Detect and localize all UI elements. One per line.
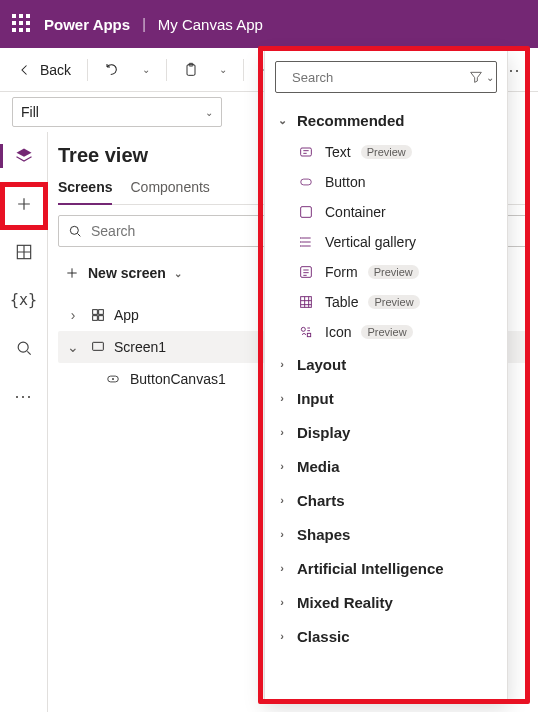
category-label: Artificial Intelligence bbox=[297, 560, 444, 577]
svg-point-6 bbox=[70, 226, 78, 234]
button-icon bbox=[297, 173, 315, 191]
icon-shapes-icon bbox=[297, 323, 315, 341]
insert-item-label: Text bbox=[325, 144, 351, 160]
insert-item-form[interactable]: Form Preview bbox=[271, 257, 501, 287]
svg-point-23 bbox=[301, 327, 305, 331]
property-select-label: Fill bbox=[21, 104, 39, 120]
svg-rect-8 bbox=[99, 310, 104, 315]
filter-button[interactable]: ⌄ bbox=[468, 69, 494, 85]
category-shapes[interactable]: ›Shapes bbox=[271, 517, 501, 551]
chevron-right-icon: › bbox=[275, 494, 289, 506]
form-icon bbox=[297, 263, 315, 281]
category-label: Mixed Reality bbox=[297, 594, 393, 611]
insert-item-button[interactable]: Button bbox=[271, 167, 501, 197]
rail-search[interactable] bbox=[6, 330, 42, 366]
svg-rect-15 bbox=[301, 148, 312, 156]
rail-variables[interactable]: {x} bbox=[6, 282, 42, 318]
category-media[interactable]: ›Media bbox=[271, 449, 501, 483]
chevron-right-icon: › bbox=[275, 358, 289, 370]
grid-icon bbox=[14, 242, 34, 262]
svg-rect-9 bbox=[93, 316, 98, 321]
property-select[interactable]: Fill ⌄ bbox=[12, 97, 222, 127]
separator bbox=[166, 59, 167, 81]
insert-panel: ⌄ ⌄ Recommended Text Preview Button Cont… bbox=[264, 50, 508, 700]
rail-insert[interactable] bbox=[6, 186, 42, 222]
svg-point-5 bbox=[18, 342, 28, 352]
ellipsis-icon: ⋯ bbox=[14, 385, 34, 407]
insert-search[interactable]: ⌄ bbox=[275, 61, 497, 93]
insert-item-label: Button bbox=[325, 174, 365, 190]
rail-overflow[interactable]: ⋯ bbox=[6, 378, 42, 414]
insert-list[interactable]: ⌄ Recommended Text Preview Button Contai… bbox=[265, 103, 507, 699]
back-button[interactable]: Back bbox=[8, 54, 79, 86]
category-label: Charts bbox=[297, 492, 345, 509]
layers-icon bbox=[14, 146, 34, 166]
category-input[interactable]: ›Input bbox=[271, 381, 501, 415]
category-label: Media bbox=[297, 458, 340, 475]
chevron-right-icon: › bbox=[275, 630, 289, 642]
undo-button[interactable] bbox=[96, 54, 130, 86]
insert-item-vertical-gallery[interactable]: Vertical gallery bbox=[271, 227, 501, 257]
tab-components[interactable]: Components bbox=[130, 179, 209, 204]
insert-item-label: Table bbox=[325, 294, 358, 310]
app-icon bbox=[90, 307, 106, 323]
category-label: Shapes bbox=[297, 526, 350, 543]
rail-data[interactable] bbox=[6, 234, 42, 270]
tree-node-label: ButtonCanvas1 bbox=[130, 371, 226, 387]
clipboard-icon bbox=[183, 62, 199, 78]
tab-screens[interactable]: Screens bbox=[58, 179, 112, 205]
search-icon bbox=[14, 338, 34, 358]
filter-icon bbox=[468, 69, 484, 85]
search-icon bbox=[67, 223, 83, 239]
arrow-left-icon bbox=[16, 61, 34, 79]
separator bbox=[243, 59, 244, 81]
chevron-right-icon: › bbox=[275, 460, 289, 472]
category-layout[interactable]: ›Layout bbox=[271, 347, 501, 381]
category-classic[interactable]: ›Classic bbox=[271, 619, 501, 653]
insert-item-table[interactable]: Table Preview bbox=[271, 287, 501, 317]
paste-button[interactable] bbox=[175, 54, 207, 86]
svg-rect-16 bbox=[301, 179, 312, 185]
category-label: Input bbox=[297, 390, 334, 407]
chevron-down-icon: ⌄ bbox=[275, 114, 289, 127]
svg-rect-17 bbox=[301, 207, 312, 218]
category-label: Layout bbox=[297, 356, 346, 373]
svg-rect-11 bbox=[93, 342, 104, 350]
back-label: Back bbox=[40, 62, 71, 78]
chevron-down-icon: ⌄ bbox=[64, 339, 82, 355]
category-label: Display bbox=[297, 424, 350, 441]
category-display[interactable]: ›Display bbox=[271, 415, 501, 449]
left-nav-rail: {x} ⋯ bbox=[0, 132, 48, 712]
chevron-down-icon: ⌄ bbox=[174, 268, 182, 279]
insert-search-input[interactable] bbox=[292, 70, 460, 85]
preview-badge: Preview bbox=[361, 325, 412, 339]
chevron-right-icon: › bbox=[275, 596, 289, 608]
category-mixed-reality[interactable]: ›Mixed Reality bbox=[271, 585, 501, 619]
svg-rect-7 bbox=[93, 310, 98, 315]
category-label: Classic bbox=[297, 628, 350, 645]
undo-split-button[interactable]: ⌄ bbox=[134, 54, 158, 86]
category-recommended[interactable]: ⌄ Recommended bbox=[271, 103, 501, 137]
preview-badge: Preview bbox=[368, 265, 419, 279]
plus-icon bbox=[64, 265, 80, 281]
category-ai[interactable]: ›Artificial Intelligence bbox=[271, 551, 501, 585]
category-charts[interactable]: ›Charts bbox=[271, 483, 501, 517]
insert-item-text[interactable]: Text Preview bbox=[271, 137, 501, 167]
insert-item-container[interactable]: Container bbox=[271, 197, 501, 227]
rail-tree-view[interactable] bbox=[6, 138, 42, 174]
button-icon bbox=[104, 372, 122, 386]
insert-item-icon[interactable]: Icon Preview bbox=[271, 317, 501, 347]
screen-icon bbox=[90, 339, 106, 355]
table-icon bbox=[297, 293, 315, 311]
plus-icon bbox=[14, 194, 34, 214]
waffle-icon[interactable] bbox=[12, 14, 32, 34]
svg-point-13 bbox=[112, 378, 113, 379]
chevron-right-icon: › bbox=[275, 562, 289, 574]
svg-rect-10 bbox=[99, 316, 104, 321]
app-name-label: My Canvas App bbox=[158, 16, 263, 33]
container-icon bbox=[297, 203, 315, 221]
insert-item-label: Vertical gallery bbox=[325, 234, 416, 250]
paste-split-button[interactable]: ⌄ bbox=[211, 54, 235, 86]
svg-rect-24 bbox=[307, 333, 310, 336]
app-bar: Power Apps | My Canvas App bbox=[0, 0, 538, 48]
